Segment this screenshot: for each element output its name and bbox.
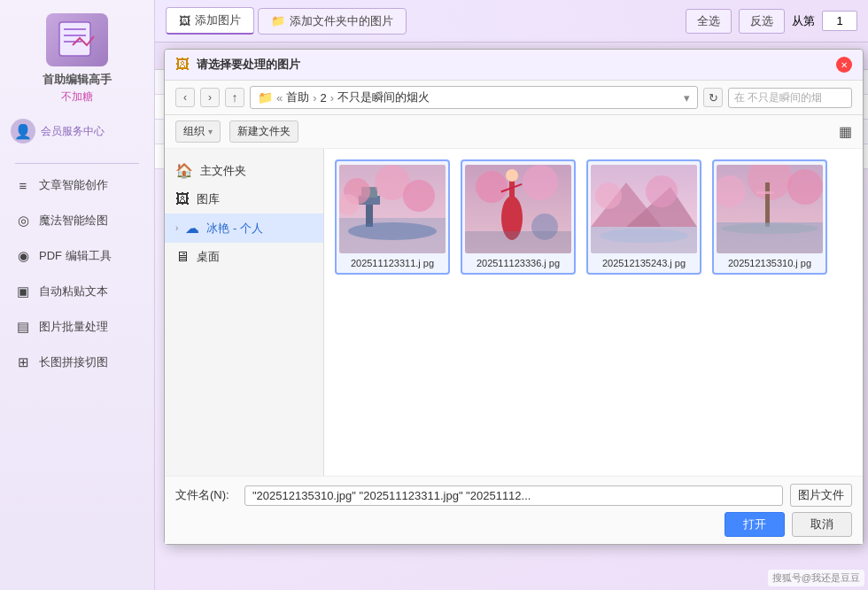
address-bar: ‹ › ↑ 📁 « 首助 › 2 › 不只是瞬间的烟火 ▾ ↻ 在 不只是瞬间的…: [165, 81, 863, 115]
new-folder-button[interactable]: 新建文件夹: [229, 120, 298, 143]
dialog-titlebar: 🖼 请选择要处理的图片 ✕: [165, 50, 863, 81]
svg-point-19: [506, 169, 518, 182]
member-label: 会员服务中心: [41, 124, 105, 139]
logo-area: 首助编辑高手 不加糖: [43, 13, 112, 105]
sidebar-item-magic-draw[interactable]: ◎ 魔法智能绘图: [0, 203, 154, 238]
filename-label: 文件名(N):: [175, 487, 237, 503]
file-thumb-1[interactable]: 202511123311.j pg: [335, 159, 450, 275]
article-icon: ≡: [14, 176, 32, 194]
nav-panel: 🏠 主文件夹 🖼 图库 › ☁ 冰艳 - 个人 🖥 桌面: [165, 149, 324, 476]
add-image-button[interactable]: 🖼 添加图片: [166, 7, 254, 35]
nav-item-label-cloud: 冰艳 - 个人: [206, 221, 263, 237]
svg-point-29: [600, 229, 688, 243]
svg-rect-0: [59, 22, 90, 56]
open-button[interactable]: 打开: [725, 512, 785, 537]
thumb-label-3: 202512135243.j pg: [602, 257, 686, 269]
cancel-button[interactable]: 取消: [792, 512, 852, 537]
path-folder-icon: 📁: [258, 90, 273, 105]
filename-input[interactable]: [244, 485, 783, 506]
nav-item-cloud[interactable]: › ☁ 冰艳 - 个人: [165, 213, 323, 243]
path-dropdown-chevron: ▾: [684, 91, 690, 105]
svg-point-33: [787, 169, 823, 205]
sidebar-divider: [15, 163, 138, 164]
svg-point-37: [721, 223, 818, 234]
file-thumb-4[interactable]: 202512135310.j pg: [712, 159, 827, 275]
thumb-image-4: [717, 165, 823, 253]
path-part-3: 不只是瞬间的烟火: [337, 89, 430, 105]
desktop-nav-icon: 🖥: [175, 249, 190, 265]
dialog-close-button[interactable]: ✕: [836, 57, 852, 73]
svg-point-26: [595, 182, 622, 209]
page-number-input[interactable]: [822, 11, 857, 31]
toolbar-right: 全选 反选 从第: [686, 9, 857, 34]
sidebar-item-label-pdf: PDF 编辑工具: [39, 248, 112, 264]
nav-item-home[interactable]: 🏠 主文件夹: [165, 156, 323, 185]
file-thumb-2[interactable]: 202511123336.j pg: [461, 159, 576, 275]
search-box[interactable]: 在 不只是瞬间的烟: [728, 88, 852, 108]
select-all-button[interactable]: 全选: [686, 9, 732, 34]
thumb-image-3: [591, 165, 697, 253]
sidebar-item-label-batch: 图片批量处理: [39, 319, 108, 335]
batch-icon: ▤: [14, 318, 32, 336]
path-part-1: 首助: [286, 89, 309, 105]
organize-button[interactable]: 组织 ▾: [175, 120, 221, 143]
svg-point-11: [403, 180, 435, 212]
file-thumb-3[interactable]: 202512135243.j pg: [586, 159, 701, 275]
svg-rect-34: [765, 182, 770, 227]
cloud-nav-icon: ☁: [185, 220, 199, 237]
long-img-icon: ⊞: [14, 353, 32, 371]
nav-item-desktop[interactable]: 🖥 桌面: [165, 243, 323, 271]
from-label: 从第: [792, 13, 815, 29]
file-picker-dialog: 🖼 请选择要处理的图片 ✕ ‹ › ↑ 📁 « 首助 › 2 › 不只是瞬间的烟…: [164, 49, 864, 545]
svg-point-13: [348, 222, 437, 240]
nav-forward-button[interactable]: ›: [200, 88, 220, 107]
add-image-icon: 🖼: [179, 14, 190, 27]
nav-item-label-desktop: 桌面: [197, 249, 220, 265]
nav-item-library[interactable]: 🖼 图库: [165, 185, 323, 213]
filename-row: 文件名(N): 图片文件: [175, 484, 852, 507]
invert-select-button[interactable]: 反选: [739, 9, 785, 34]
sidebar-item-label-article: 文章智能创作: [39, 177, 108, 193]
dialog-bottom: 文件名(N): 图片文件 打开 取消: [165, 476, 863, 544]
path-part-2: 2: [321, 91, 327, 105]
svg-point-27: [646, 175, 678, 207]
svg-point-16: [523, 165, 558, 200]
add-folder-icon: 📁: [271, 14, 285, 27]
sidebar-item-label-long-img: 长图拼接切图: [39, 354, 108, 370]
sidebar-item-label-magic-draw: 魔法智能绘图: [39, 213, 108, 229]
thumb-label-1: 202511123311.j pg: [351, 257, 434, 269]
member-area[interactable]: 👤 会员服务中心: [0, 112, 154, 151]
refresh-button[interactable]: ↻: [703, 88, 723, 107]
sidebar-item-label-paste: 自动粘贴文本: [39, 283, 108, 299]
file-grid: 202511123311.j pg: [324, 149, 863, 476]
sidebar-item-article[interactable]: ≡ 文章智能创作: [0, 167, 154, 203]
thumb-label-2: 202511123336.j pg: [477, 257, 560, 269]
nav-up-button[interactable]: ↑: [225, 88, 244, 107]
member-icon: 👤: [11, 119, 35, 144]
library-nav-icon: 🖼: [175, 191, 190, 207]
app-title: 首助编辑高手: [43, 72, 112, 88]
toolbar: 🖼 添加图片 📁 添加文件夹中的图片 全选 反选 从第: [155, 0, 868, 43]
dialog-title-text: 请选择要处理的图片: [197, 57, 300, 73]
thumb-label-4: 202512135310.j pg: [728, 257, 811, 269]
sidebar-item-batch[interactable]: ▤ 图片批量处理: [0, 309, 154, 345]
nav-back-button[interactable]: ‹: [175, 88, 195, 107]
sidebar-item-pdf[interactable]: ◉ PDF 编辑工具: [0, 238, 154, 274]
sidebar: 首助编辑高手 不加糖 👤 会员服务中心 ≡ 文章智能创作 ◎ 魔法智能绘图 ◉ …: [0, 0, 155, 590]
thumb-image-1: [339, 165, 446, 253]
view-toggle-button[interactable]: ▦: [839, 123, 852, 140]
sidebar-menu: ≡ 文章智能创作 ◎ 魔法智能绘图 ◉ PDF 编辑工具 ▣ 自动粘贴文本 ▤ …: [0, 167, 154, 380]
svg-rect-22: [465, 231, 571, 253]
main-content: 🖼 添加图片 📁 添加文件夹中的图片 全选 反选 从第 序号 图片文件: [155, 0, 868, 590]
path-bar[interactable]: 📁 « 首助 › 2 › 不只是瞬间的烟火 ▾: [250, 86, 698, 109]
pdf-icon: ◉: [14, 247, 32, 265]
sidebar-item-paste[interactable]: ▣ 自动粘贴文本: [0, 274, 154, 309]
expand-arrow-icon: ›: [175, 223, 178, 233]
add-folder-button[interactable]: 📁 添加文件夹中的图片: [258, 8, 407, 35]
sidebar-item-long-img[interactable]: ⊞ 长图拼接切图: [0, 345, 154, 380]
dialog-actions: 打开 取消: [175, 512, 852, 537]
organize-chevron: ▾: [208, 127, 213, 136]
home-nav-icon: 🏠: [175, 162, 193, 179]
thumb-image-2: [465, 165, 571, 253]
magic-draw-icon: ◎: [14, 212, 32, 229]
